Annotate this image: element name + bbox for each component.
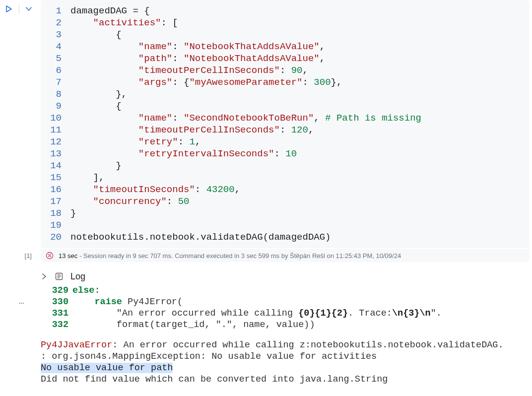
execution-status-row: [1] 13 sec - Session ready in 9 sec 707 … xyxy=(0,249,532,262)
line-number: 16 xyxy=(41,184,70,196)
line-number: 4 xyxy=(41,41,70,53)
output-error-line: : org.json4s.MappingException: No usable… xyxy=(41,351,532,362)
line-number: 8 xyxy=(41,88,70,100)
code-line: 19 xyxy=(41,219,529,231)
code-line: 5 "path": "NotebookThatAddsAValue", xyxy=(41,53,529,65)
chevron-right-icon[interactable] xyxy=(41,273,48,280)
line-number: 9 xyxy=(41,100,70,112)
output-line: 332 format(target_id, ".", name, value)) xyxy=(41,319,532,330)
code-line: 13 "retryIntervalInSeconds": 10 xyxy=(41,148,529,160)
execution-duration: 13 sec xyxy=(59,252,77,260)
line-number: 20 xyxy=(41,231,70,243)
log-label: Log xyxy=(70,271,85,282)
code-cell: 1damagedDAG = {2 "activities": [3 {4 "na… xyxy=(0,0,532,248)
output-error-line: No usable value for path xyxy=(41,362,532,374)
code-line: 18} xyxy=(41,207,529,219)
more-menu-icon[interactable]: … xyxy=(19,296,25,307)
code-line: 1damagedDAG = { xyxy=(41,5,529,17)
line-number: 13 xyxy=(41,148,70,160)
line-number: 14 xyxy=(41,160,70,172)
code-line: 7 "args": {"myAwesomeParameter": 300}, xyxy=(41,76,529,88)
run-icon[interactable] xyxy=(5,5,13,13)
code-line: 12 "retry": 1, xyxy=(41,136,529,148)
code-line: 9 { xyxy=(41,100,529,112)
line-number: 19 xyxy=(41,219,70,231)
code-line: 3 { xyxy=(41,29,529,41)
run-controls xyxy=(5,4,32,14)
line-number: 1 xyxy=(41,5,70,17)
line-number: 12 xyxy=(41,136,70,148)
execution-detail: - Session ready in 9 sec 707 ms. Command… xyxy=(77,252,401,260)
execution-status: 13 sec - Session ready in 9 sec 707 ms. … xyxy=(41,249,529,262)
line-number: 15 xyxy=(41,172,70,184)
code-line: 15 ], xyxy=(41,172,529,184)
log-header[interactable]: Log xyxy=(0,271,532,282)
code-line: 11 "timeoutPerCellInSeconds": 120, xyxy=(41,124,529,136)
error-icon xyxy=(46,252,54,260)
line-number: 10 xyxy=(41,112,70,124)
output-error-line: Did not find value which can be converte… xyxy=(41,374,532,385)
line-number: 6 xyxy=(41,65,70,76)
code-editor[interactable]: 1damagedDAG = {2 "activities": [3 {4 "na… xyxy=(41,0,529,248)
line-number: 2 xyxy=(41,17,70,29)
chevron-down-icon[interactable] xyxy=(25,5,32,12)
code-line: 16 "timeoutInSeconds": 43200, xyxy=(41,184,529,196)
line-number: 7 xyxy=(41,76,70,88)
line-number: 5 xyxy=(41,53,70,65)
line-number: 11 xyxy=(41,124,70,136)
execution-count: [1] xyxy=(0,252,41,260)
cell-output: … 329else:330 raise Py4JError(331 "An er… xyxy=(41,285,532,385)
code-line: 8 }, xyxy=(41,88,529,100)
line-number: 3 xyxy=(41,29,70,41)
code-line: 2 "activities": [ xyxy=(41,17,529,29)
code-line: 17 "concurrency": 50 xyxy=(41,196,529,207)
output-line: 331 "An error occurred while calling {0}… xyxy=(41,308,532,319)
code-line: 4 "name": "NotebookThatAddsAValue", xyxy=(41,41,529,53)
line-number: 18 xyxy=(41,207,70,219)
output-line: 329else: xyxy=(41,285,532,296)
code-line: 6 "timeoutPerCellInSeconds": 90, xyxy=(41,65,529,76)
divider xyxy=(19,4,19,14)
cell-gutter xyxy=(0,0,41,14)
output-error-line: Py4JJavaError: An error occurred while c… xyxy=(41,339,532,351)
code-line: 10 "name": "SecondNotebookToBeRun", # Pa… xyxy=(41,112,529,124)
log-icon xyxy=(55,272,64,281)
output-line: 330 raise Py4JError( xyxy=(41,296,532,308)
code-line: 14 } xyxy=(41,160,529,172)
code-line: 20notebookutils.notebook.validateDAG(dam… xyxy=(41,231,529,243)
line-number: 17 xyxy=(41,196,70,207)
